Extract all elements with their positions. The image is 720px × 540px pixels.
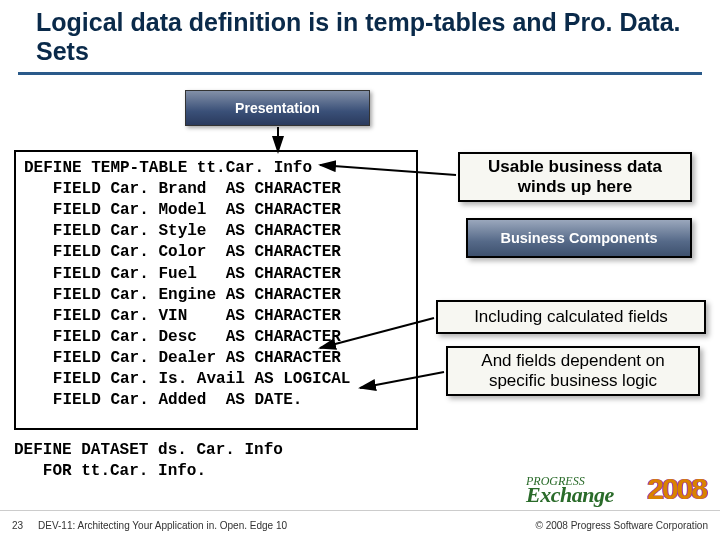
- talk-title: DEV-11: Architecting Your Application in…: [38, 520, 536, 531]
- dataset-code: DEFINE DATASET ds. Car. Info FOR tt.Car.…: [14, 440, 283, 482]
- logo-exchange-text: Exchange: [526, 482, 614, 508]
- callout-dependent-fields: And fields dependent on specific busines…: [446, 346, 700, 396]
- slide-number: 23: [12, 520, 38, 531]
- copyright: © 2008 Progress Software Corporation: [536, 520, 708, 531]
- slide-footer: 23 DEV-11: Architecting Your Application…: [0, 510, 720, 540]
- callout-calc-text: Including calculated fields: [474, 307, 668, 327]
- callout-usable-text: Usable business data winds up here: [468, 157, 682, 196]
- slide-title: Logical data definition is in temp-table…: [36, 8, 684, 66]
- callout-business-components: Business Components: [466, 218, 692, 258]
- presentation-label: Presentation: [235, 100, 320, 116]
- callout-calculated-fields: Including calculated fields: [436, 300, 706, 334]
- callout-depend-text: And fields dependent on specific busines…: [456, 351, 690, 390]
- presentation-layer-box: Presentation: [185, 90, 370, 126]
- temp-table-code-box: DEFINE TEMP-TABLE tt.Car. Info FIELD Car…: [14, 150, 418, 430]
- conference-logo: PROGRESS Exchange 2008: [526, 472, 706, 508]
- slide-title-area: Logical data definition is in temp-table…: [0, 0, 720, 70]
- temp-table-code: DEFINE TEMP-TABLE tt.Car. Info FIELD Car…: [24, 158, 408, 411]
- logo-year-text: 2008: [647, 472, 706, 506]
- title-underline: [18, 72, 702, 75]
- callout-usable-data: Usable business data winds up here: [458, 152, 692, 202]
- callout-biz-text: Business Components: [500, 230, 657, 247]
